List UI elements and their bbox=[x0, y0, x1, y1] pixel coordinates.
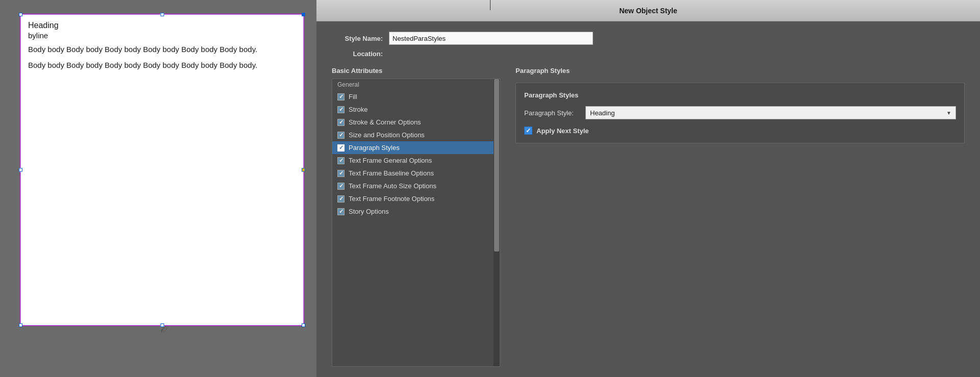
attr-item-tf-autosize[interactable]: Text Frame Auto Size Options bbox=[332, 180, 500, 192]
attr-label-story-options: Story Options bbox=[349, 208, 389, 215]
para-style-value: Heading bbox=[590, 109, 615, 117]
apply-next-label: Apply Next Style bbox=[536, 127, 589, 135]
text-frame-content: Heading byline Body body Body body Body … bbox=[21, 15, 303, 81]
para-style-row: Paragraph Style: Heading ▼ bbox=[524, 106, 956, 119]
location-label: Location: bbox=[332, 50, 383, 58]
scrollbar-track[interactable] bbox=[494, 79, 500, 366]
location-row: Location: bbox=[332, 50, 965, 58]
handle-bl[interactable] bbox=[19, 323, 22, 327]
text-frame[interactable]: Heading byline Body body Body body Body … bbox=[20, 14, 304, 325]
style-name-label: Style Name: bbox=[332, 35, 383, 42]
attr-item-size-position[interactable]: Size and Position Options bbox=[332, 129, 500, 141]
main-content: Basic Attributes General Fill Stroke Str… bbox=[332, 67, 965, 367]
handle-ml[interactable] bbox=[19, 168, 22, 172]
attr-checkbox-story-options[interactable] bbox=[337, 208, 345, 215]
attr-item-paragraph-styles[interactable]: Paragraph Styles bbox=[332, 141, 500, 154]
attributes-panel: Basic Attributes General Fill Stroke Str… bbox=[332, 67, 500, 367]
dialog-body: Style Name: Location: Basic Attributes G… bbox=[316, 21, 980, 377]
scrollbar-thumb[interactable] bbox=[494, 79, 499, 252]
text-body-2: Body body Body body Body body Body body … bbox=[28, 60, 296, 71]
attr-checkbox-fill[interactable] bbox=[337, 93, 345, 100]
dialog-title: New Object Style bbox=[619, 7, 677, 15]
detail-inner-title: Paragraph Styles bbox=[524, 91, 956, 99]
attr-checkbox-tf-baseline[interactable] bbox=[337, 170, 345, 177]
attr-checkbox-tf-general[interactable] bbox=[337, 157, 345, 164]
attr-label-fill: Fill bbox=[349, 93, 357, 100]
attr-label-tf-general: Text Frame General Options bbox=[349, 157, 432, 164]
attr-checkbox-paragraph-styles[interactable] bbox=[337, 144, 345, 152]
attr-label-tf-baseline: Text Frame Baseline Options bbox=[349, 169, 434, 177]
text-byline: byline bbox=[28, 31, 296, 40]
attr-item-stroke[interactable]: Stroke bbox=[332, 103, 500, 116]
attr-item-fill[interactable]: Fill bbox=[332, 90, 500, 103]
text-heading: Heading bbox=[28, 21, 296, 30]
dialog-panel: New Object Style Style Name: Location: B… bbox=[316, 0, 980, 377]
attr-group-general: General bbox=[332, 79, 500, 90]
apply-next-checkbox[interactable] bbox=[524, 127, 532, 135]
text-body-1: Body body Body body Body body Body body … bbox=[28, 44, 296, 56]
attr-checkbox-tf-autosize[interactable] bbox=[337, 183, 345, 190]
handle-tm[interactable] bbox=[160, 13, 164, 16]
handle-tl[interactable] bbox=[19, 13, 22, 16]
attr-label-size-position: Size and Position Options bbox=[349, 131, 425, 139]
dropdown-arrow-icon: ▼ bbox=[946, 110, 951, 116]
para-style-dropdown[interactable]: Heading ▼ bbox=[585, 106, 956, 119]
attr-checkbox-tf-footnote[interactable] bbox=[337, 195, 345, 203]
handle-mr[interactable] bbox=[302, 168, 305, 172]
attr-item-tf-baseline[interactable]: Text Frame Baseline Options bbox=[332, 167, 500, 180]
detail-section-title: Paragraph Styles bbox=[516, 67, 965, 74]
style-name-input[interactable] bbox=[389, 32, 593, 45]
attributes-list: General Fill Stroke Stroke & Corner Opti… bbox=[332, 79, 500, 367]
para-style-label: Paragraph Style: bbox=[524, 109, 580, 117]
attr-label-tf-footnote: Text Frame Footnote Options bbox=[349, 195, 434, 203]
dialog-titlebar: New Object Style bbox=[316, 0, 980, 21]
attr-label-paragraph-styles: Paragraph Styles bbox=[349, 144, 400, 152]
detail-inner-box: Paragraph Styles Paragraph Style: Headin… bbox=[516, 83, 965, 143]
attr-checkbox-size-position[interactable] bbox=[337, 132, 345, 139]
attr-item-story-options[interactable]: Story Options bbox=[332, 205, 500, 218]
attr-label-tf-autosize: Text Frame Auto Size Options bbox=[349, 182, 436, 190]
detail-panel: Paragraph Styles Paragraph Styles Paragr… bbox=[500, 67, 965, 367]
basic-attributes-title: Basic Attributes bbox=[332, 67, 500, 74]
attr-checkbox-stroke-corner[interactable] bbox=[337, 119, 345, 126]
attr-item-stroke-corner[interactable]: Stroke & Corner Options bbox=[332, 116, 500, 129]
attr-item-tf-general[interactable]: Text Frame General Options bbox=[332, 154, 500, 167]
canvas-area: Heading byline Body body Body body Body … bbox=[0, 0, 316, 377]
attr-item-tf-footnote[interactable]: Text Frame Footnote Options bbox=[332, 192, 500, 205]
handle-br[interactable] bbox=[302, 323, 305, 327]
attr-label-stroke: Stroke bbox=[349, 106, 368, 113]
attr-label-stroke-corner: Stroke & Corner Options bbox=[349, 118, 421, 126]
top-line bbox=[490, 0, 491, 10]
overflow-indicator: 𝒪 bbox=[160, 324, 165, 335]
attr-checkbox-stroke[interactable] bbox=[337, 106, 345, 113]
handle-tr[interactable] bbox=[302, 13, 305, 16]
style-name-row: Style Name: bbox=[332, 32, 965, 45]
apply-next-row: Apply Next Style bbox=[524, 127, 956, 135]
